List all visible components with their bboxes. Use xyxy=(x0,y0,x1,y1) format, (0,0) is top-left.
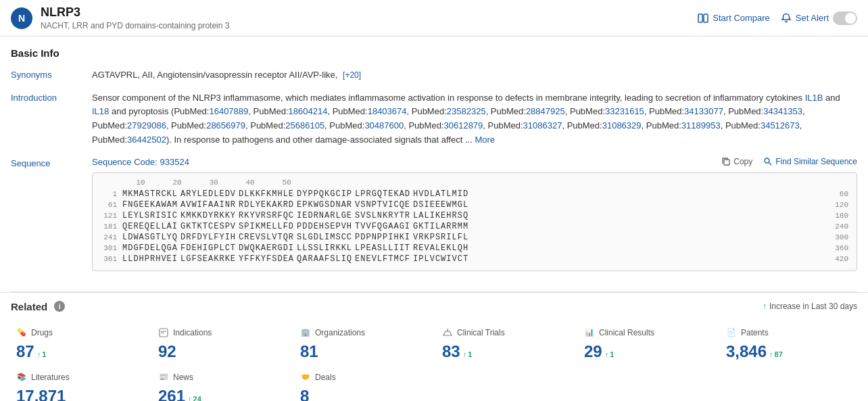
copy-sequence-button[interactable]: Copy xyxy=(721,157,752,166)
intro-ellipsis: ... xyxy=(465,135,475,145)
basic-info-title: Basic Info xyxy=(11,47,857,59)
related-info-icon[interactable]: i xyxy=(54,301,65,312)
page-header: N NLRP3 NACHT, LRR and PYD domains-conta… xyxy=(0,0,868,37)
il18-link[interactable]: IL18 xyxy=(92,106,109,116)
entity-subtitle: NACHT, LRR and PYD domains-containing pr… xyxy=(41,21,229,30)
indications-count: 92 xyxy=(158,342,284,361)
related-item-clinical-results[interactable]: 📊 Clinical Results 29 ↑ 1 xyxy=(579,322,715,367)
header-left: N NLRP3 NACHT, LRR and PYD domains-conta… xyxy=(11,5,229,30)
seq-line-1: 1 MKMASTRCKL ARYLEDLEDV DLKKFKMHLE DYPPQ… xyxy=(101,189,848,199)
pubmed-34512673[interactable]: 34512673 xyxy=(761,120,800,131)
svg-point-3 xyxy=(765,158,769,163)
sequence-actions: Copy Find Similar Sequence xyxy=(721,157,857,166)
related-trend: ↑ Increase in Last 30 days xyxy=(763,302,857,311)
intro-text-part1: Sensor component of the NLRP3 inflammaso… xyxy=(92,93,805,103)
pubmed-31086329[interactable]: 31086329 xyxy=(602,120,642,131)
news-count: 261 ↑ 24 xyxy=(158,387,284,401)
pubmed-18403674[interactable]: 18403674 xyxy=(368,106,407,116)
pubmed-31086327[interactable]: 31086327 xyxy=(523,120,562,131)
sequence-header: Sequence Code: 933524 Copy xyxy=(92,157,857,167)
set-alert-control: Set Alert xyxy=(781,11,857,25)
svg-rect-1 xyxy=(704,14,708,22)
pubmed-31189953[interactable]: 31189953 xyxy=(681,120,721,131)
related-item-literatures[interactable]: 📚 Literatures 17,871 xyxy=(11,367,147,401)
introduction-value: Sensor component of the NLRP3 inflammaso… xyxy=(92,91,857,147)
copy-icon xyxy=(721,157,731,166)
il1b-link[interactable]: IL1B xyxy=(805,93,823,103)
introduction-label: Introduction xyxy=(11,91,92,103)
deals-count: 8 xyxy=(300,387,426,401)
pubmed-28847925[interactable]: 28847925 xyxy=(526,106,565,116)
toggle-knob xyxy=(845,13,856,24)
sequence-box[interactable]: 10 20 30 40 50 1 MKMASTRCKL ARYLEDLEDV D… xyxy=(92,172,857,271)
related-header: Related i ↑ Increase in Last 30 days xyxy=(11,301,857,312)
pubmed-18604214[interactable]: 18604214 xyxy=(289,106,328,116)
alert-icon xyxy=(781,13,792,24)
clinical-trials-icon xyxy=(442,327,453,338)
compare-icon xyxy=(698,13,708,24)
introduction-row: Introduction Sensor component of the NLR… xyxy=(11,91,857,147)
pubmed-34341353[interactable]: 34341353 xyxy=(763,106,802,116)
indications-icon xyxy=(158,327,169,338)
related-item-deals[interactable]: 🤝 Deals 8 xyxy=(295,367,431,401)
synonyms-label: Synonyms xyxy=(11,68,92,80)
related-grid-row1: 💊 Drugs 87 ↑ 1 Indications 92 xyxy=(11,322,857,367)
sequence-label: Sequence xyxy=(11,157,92,168)
seq-line-361: 361 LLDHPRHVEI LGFSEAKRKE YFFKYFSDEA QAR… xyxy=(101,254,848,264)
intro-more-link[interactable]: More xyxy=(475,135,495,145)
seq-line-61: 61 FNGEEKAWAM AVWIFAAINR RDLYEKAKRD EPKW… xyxy=(101,200,848,210)
related-grid-row2: 📚 Literatures 17,871 📰 News 261 ↑ 24 xyxy=(11,367,857,401)
related-item-organizations[interactable]: 🏢 Organizations 81 xyxy=(295,322,431,367)
related-title: Related i xyxy=(11,301,65,312)
main-content: Basic Info Synonyms AGTAVPRL, AII, Angio… xyxy=(0,37,868,291)
synonyms-text: AGTAVPRL, AII, Angiotensin/vasopressin r… xyxy=(92,70,337,80)
related-section: Related i ↑ Increase in Last 30 days 💊 D… xyxy=(0,292,868,401)
literatures-icon: 📚 xyxy=(16,372,27,383)
find-similar-sequence-button[interactable]: Find Similar Sequence xyxy=(763,157,857,166)
news-icon: 📰 xyxy=(158,372,169,383)
pubmed-27929086[interactable]: 27929086 xyxy=(127,120,166,131)
news-delta: ↑ 24 xyxy=(188,395,201,401)
pubmed-34133077[interactable]: 34133077 xyxy=(684,106,723,116)
related-item-indications[interactable]: Indications 92 xyxy=(153,322,289,367)
entity-icon: N xyxy=(11,7,32,29)
pubmed-16407889[interactable]: 16407889 xyxy=(209,106,248,116)
clinical-results-icon: 📊 xyxy=(584,327,595,338)
seq-line-121: 121 LEYLSRISIC KMKKDYRKKY RKYVRSRFQC IED… xyxy=(101,211,848,220)
svg-rect-2 xyxy=(724,160,729,165)
related-item-news[interactable]: 📰 News 261 ↑ 24 xyxy=(153,367,289,401)
pubmed-23582325[interactable]: 23582325 xyxy=(447,106,486,116)
pubmed-30487600[interactable]: 30487600 xyxy=(364,120,404,131)
drugs-delta: ↑ 1 xyxy=(37,350,47,358)
related-item-clinical-trials[interactable]: Clinical Trials 83 ↑ 1 xyxy=(437,322,573,367)
synonyms-more-link[interactable]: [+20] xyxy=(343,70,361,80)
start-compare-button[interactable]: Start Compare xyxy=(698,13,770,24)
sequence-code-link[interactable]: 933524 xyxy=(160,157,189,167)
pubmed-33231615[interactable]: 33231615 xyxy=(605,106,644,116)
drugs-count: 87 ↑ 1 xyxy=(16,342,142,361)
patents-icon: 📄 xyxy=(726,327,737,338)
patents-delta: ↑ 87 xyxy=(769,350,783,358)
pubmed-25686105[interactable]: 25686105 xyxy=(285,120,324,131)
clinical-trials-delta: ↑ 1 xyxy=(463,350,473,358)
organizations-count: 81 xyxy=(300,342,426,361)
clinical-trials-count: 83 ↑ 1 xyxy=(442,342,568,361)
sequence-content: Sequence Code: 933524 Copy xyxy=(92,157,857,271)
alert-toggle[interactable] xyxy=(833,11,857,25)
related-item-patents[interactable]: 📄 Patents 3,846 ↑ 87 xyxy=(721,322,857,367)
synonyms-value: AGTAVPRL, AII, Angiotensin/vasopressin r… xyxy=(92,68,857,82)
entity-title: NLRP3 xyxy=(41,5,229,20)
pubmed-28656979[interactable]: 28656979 xyxy=(206,120,245,131)
pubmed-36442502[interactable]: 36442502 xyxy=(127,135,166,145)
synonyms-row: Synonyms AGTAVPRL, AII, Angiotensin/vaso… xyxy=(11,68,857,82)
pubmed-30612879[interactable]: 30612879 xyxy=(443,120,483,131)
deals-icon: 🤝 xyxy=(300,372,311,383)
find-similar-icon xyxy=(763,157,773,166)
clinical-results-delta: ↑ 1 xyxy=(605,350,614,358)
sequence-code: Sequence Code: 933524 xyxy=(92,157,189,167)
related-item-drugs[interactable]: 💊 Drugs 87 ↑ 1 xyxy=(11,322,147,367)
literatures-count: 17,871 xyxy=(16,387,142,401)
sequence-ruler: 10 20 30 40 50 xyxy=(101,179,848,187)
patents-count: 3,846 ↑ 87 xyxy=(726,342,852,361)
organizations-icon: 🏢 xyxy=(300,327,311,338)
